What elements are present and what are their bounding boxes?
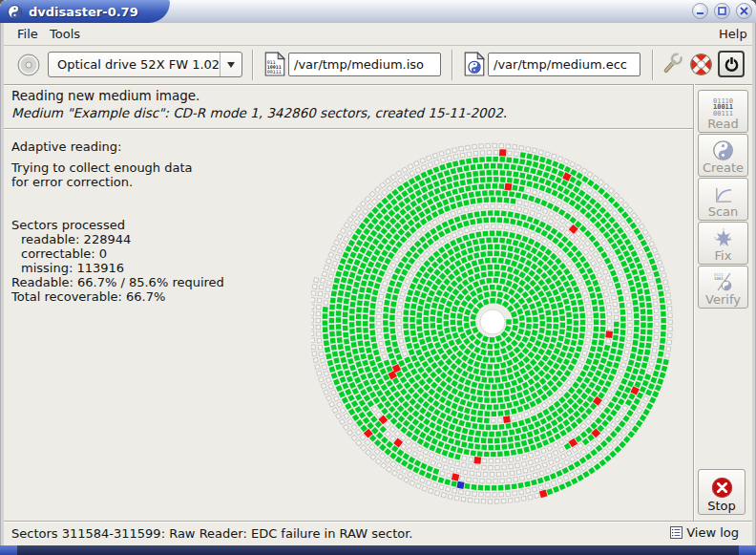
preferences-button[interactable] [659,51,685,77]
menu-tools[interactable]: Tools [45,26,85,42]
toolbar-separator [652,50,653,80]
frame-corner-left [0,545,17,555]
drive-selector[interactable]: Optical drive 52X FW 1.02 [48,52,242,77]
drive-selector-value: Optical drive 52X FW 1.02 [49,57,220,72]
status-header-line2: Medium "Example disc": CD-R mode 1, 3428… [11,105,507,120]
read-binary-icon: 01110 10011 00111 [713,98,733,117]
disc-visualization [311,136,683,508]
view-log-label: View log [686,525,739,540]
stop-button[interactable]: Stop [698,469,746,515]
reading-mode-title: Adaptive reading: [11,139,307,154]
minimize-icon [696,7,704,15]
readable-summary: Readable: 66.7% / 85.6% required [11,275,307,289]
status-header-line1: Reading new medium image. [11,88,200,103]
stop-icon [711,477,733,499]
sectors-missing: missing: 113916 [11,261,307,275]
drive-selector-arrow-box[interactable] [220,53,242,76]
reading-desc-line2: for error correction. [11,175,307,189]
sectors-processed-title: Sectors processed [11,218,307,232]
optical-disc-icon [16,53,41,77]
toolbar: Optical drive 52X FW 1.02 011 10011 0011… [4,46,752,85]
titlebar-tab: dvdisaster-0.79 [0,0,170,23]
ecc-file-icon [464,52,485,76]
svg-text:00111: 00111 [267,69,282,75]
read-button-label: Read [707,117,739,131]
chevron-down-icon [227,62,235,68]
frame-corner-right [739,545,756,555]
scan-chart-icon [713,186,733,204]
status-message: Sectors 311584-311599: Raw Reader: EDC f… [11,526,412,541]
verify-icon: 0111 1001 [713,271,734,292]
create-button[interactable]: Create [698,134,748,177]
status-header: Reading new medium image. Medium "Exampl… [4,84,693,128]
wrench-icon [660,52,684,76]
svg-text:1001: 1001 [714,276,724,281]
reading-desc-line1: Trying to collect enough data [11,160,307,175]
total-recoverable: Total recoverable: 66.7% [11,289,307,304]
close-icon [740,7,748,15]
header-divider [4,128,693,129]
app-window: dvdisaster-0.79 File Tools Help Optical … [0,0,756,555]
fix-button-label: Fix [715,248,732,263]
scan-button-label: Scan [708,204,739,219]
read-button[interactable]: 01110 10011 00111 Read [698,90,748,133]
maximize-button[interactable] [714,3,730,19]
statusbar: Sectors 311584-311599: Raw Reader: EDC f… [4,521,752,546]
close-button[interactable] [736,3,752,19]
fix-button[interactable]: Fix [698,222,748,265]
sectors-correctable: correctable: 0 [11,246,307,261]
scan-button[interactable]: Scan [698,178,748,221]
create-yinyang-icon [713,140,733,160]
maximize-icon [718,7,726,15]
fix-splat-icon [713,227,734,248]
lifebuoy-disc-icon [689,53,713,76]
toolbar-separator [452,50,452,80]
iso-file-button[interactable]: 011 10011 00111 [262,51,288,77]
menu-file[interactable]: File [12,26,43,42]
verify-button-label: Verify [705,292,741,307]
action-sidebar: 01110 10011 00111 Read Create Scan [694,84,752,521]
window-frame-bottom [0,545,756,555]
power-icon [724,56,740,73]
stop-button-label: Stop [707,499,736,513]
toolbar-separator [252,50,253,80]
ecc-path-input[interactable] [488,53,640,76]
minimize-button[interactable] [692,3,708,19]
verify-button[interactable]: 0111 1001 Verify [698,266,748,309]
window-title: dvdisaster-0.79 [29,5,138,19]
log-list-icon [670,526,682,539]
create-button-label: Create [703,160,744,175]
iso-file-icon: 011 10011 00111 [264,52,285,76]
reading-info-panel: Adaptive reading: Trying to collect enou… [11,139,307,304]
menubar: File Tools Help [4,23,752,46]
titlebar[interactable]: dvdisaster-0.79 [0,0,756,24]
sectors-readable: readable: 228944 [11,232,307,246]
menu-help[interactable]: Help [714,26,752,42]
quit-button[interactable] [718,51,745,77]
app-yinyang-icon [8,5,22,19]
window-frame-right [752,23,756,545]
view-log-button[interactable]: View log [670,525,739,540]
iso-path-input[interactable] [288,53,441,76]
help-button[interactable] [687,51,714,77]
ecc-file-button[interactable] [461,51,488,77]
